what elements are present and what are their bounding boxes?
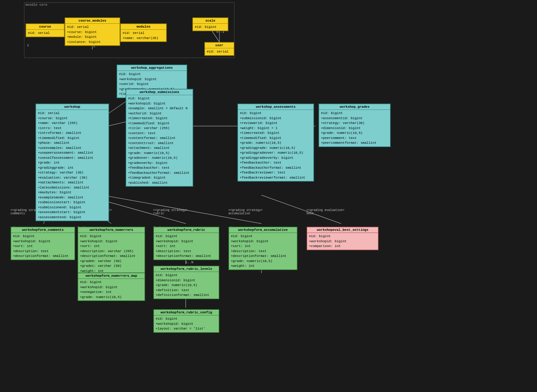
wfa-f5: +descriptionformat: smallint <box>231 254 295 259</box>
wfrl-f5: +definitionformat: smallint <box>156 293 217 298</box>
wfn-f2: +workshopid: bigint <box>80 239 143 244</box>
user-box: user #id: serial <box>204 42 234 56</box>
wfrc-title: workshopform_rubric_config <box>154 310 219 315</box>
wass-f6: +timemodified: bigint <box>240 136 312 141</box>
wass-f14: +feedbackreviewerformat: smallint <box>240 175 312 180</box>
wg-f6: +peercomment: text <box>321 136 388 141</box>
ws-f10: +contenttrust: smallint <box>128 141 191 146</box>
cm-field-3: +module: bigint <box>67 35 118 40</box>
wg-f2: +assessmentid: bigint <box>321 116 388 121</box>
diagram-container: moodle core <box>0 0 537 392</box>
wfc-fields: #id: bigint +workshopid: bigint +sort: i… <box>11 233 75 260</box>
workshopeval-best-settings-box: workshopeval_best_settings #id: bigint +… <box>307 227 379 250</box>
ws-fields: #id: bigint +workshopid: bigint +example… <box>126 95 193 186</box>
stereotype-accumulative: <<grading strategy>accumulative <box>228 209 263 215</box>
w-f3: +name: varchar (255) <box>38 121 107 126</box>
ws-f15: +feedbackauthor: text <box>128 165 191 170</box>
rel-1n-rubric-levels: 1..N <box>185 261 193 264</box>
workshop-submissions-box: workshop_submissions #id: bigint +worksh… <box>126 89 193 187</box>
wfa-fields: #id: bigint +workshopid: bigint +sort: i… <box>229 233 297 270</box>
workshopform-numerrors-map-box: workshopform_numerrors_map #id: bigint +… <box>78 273 145 301</box>
wass-f3: +reviewerid: bigint <box>240 121 312 126</box>
wfrl-f2: +dimensionid: bigint <box>156 278 217 283</box>
wfrl-f3: +grade: numeric(10,5) <box>156 283 217 288</box>
wfa-f4: +description: text <box>231 249 295 254</box>
wfnm-f4: +grade: numeric(10,5) <box>80 295 143 300</box>
webs-fields: #id: bigint +workshopid: bigint +compari… <box>307 233 378 250</box>
wass-f8: +gradinggrade: numeric(10,5) <box>240 146 312 151</box>
user-field-1: #id: serial <box>207 49 232 54</box>
ws-f3: +example: smallint = default 0 <box>128 106 191 111</box>
wg-f4: +dimensionid: bigint <box>321 126 388 131</box>
wfn-title: workshopform_numerrors <box>78 227 145 233</box>
wg-f5: +grade: numeric(10,5) <box>321 131 388 136</box>
wass-f9: +gradinggradeover: numeric(10,5) <box>240 150 312 155</box>
scale-field-1: #id: bigint <box>195 25 226 30</box>
stereotype-rubric: <<grading strategy>rubric <box>153 209 188 215</box>
mod-field-2: +name: varchar(20) <box>123 36 164 41</box>
wfr-f5: +descriptionformat: smallint <box>156 254 217 259</box>
workshop-title: workshop <box>36 104 108 110</box>
ws-f13: +gradeover: numeric(10,5) <box>128 155 191 161</box>
wfa-f2: +workshopid: bigint <box>231 239 295 244</box>
workshopform-numerrors-box: workshopform_numerrors #id: bigint +work… <box>78 227 145 275</box>
course-modules-title: course_modules <box>65 18 120 24</box>
wg-f7: +peercommentformat: smallint <box>321 140 388 146</box>
workshopform-rubric-box: workshopform_rubric #id: bigint +worksho… <box>153 227 219 260</box>
w-f2: +course: bigint <box>38 116 107 121</box>
w-f12: +gradinggrade: int <box>38 165 107 170</box>
modules-box: modules #id: serial +name: varchar(20) <box>120 23 167 42</box>
wa-f3: +userid: bigint <box>119 82 185 87</box>
wfr-fields: #id: bigint +workshopid: bigint +sort: i… <box>154 233 219 260</box>
wfa-f3: +sort: int <box>231 244 295 249</box>
ws-f1: #id: bigint <box>128 96 191 101</box>
wfrl-f1: #id: bigint <box>156 273 217 278</box>
scale-box: scale #id: bigint <box>192 17 228 31</box>
scale-fields: #id: bigint <box>193 24 228 31</box>
wfr-f3: +sort: int <box>156 244 217 249</box>
workshop-assessments-box: workshop_assessments #id: bigint +submis… <box>237 104 314 182</box>
wfnm-f1: #id: bigint <box>80 280 143 285</box>
wfn-f1: #id: bigint <box>80 234 143 239</box>
w-f19: +submissionstart: bigint <box>38 200 107 205</box>
ws-f4: +authorid: bigint <box>128 111 191 116</box>
wass-f5: +timecreated: bigint <box>240 131 312 136</box>
wfrl-title: workshopform_rubric_levels <box>154 266 219 272</box>
wfr-f1: #id: bigint <box>156 234 217 239</box>
w-f1: #id: serial <box>38 111 107 116</box>
wfn-fields: #id: bigint +workshopid: bigint +sort: i… <box>78 233 145 274</box>
user-title: user <box>205 43 234 48</box>
w-f10: +useselfassessment: smallint <box>38 155 107 161</box>
ws-title: workshop_submissions <box>126 89 193 95</box>
wfnm-fields: #id: bigint +workshopid: bigint +nonegat… <box>78 279 145 300</box>
wfc-title: workshopform_comments <box>11 227 75 233</box>
wfrc-fields: #id: bigint +workshopid: bigint +layout:… <box>154 315 219 332</box>
workshop-grades-box: workshop_grades #id: bigint +assessmenti… <box>319 104 391 147</box>
wfnm-f3: +nonegative: int <box>80 290 143 295</box>
w-f16: +latesubmissions: smallint <box>38 185 107 190</box>
wfnm-f2: +workshopid: bigint <box>80 285 143 290</box>
course-modules-fields: #id: serial +course: bigint +module: big… <box>65 24 120 45</box>
w-f6: +timemodified: bigint <box>38 136 107 141</box>
ws-f14: +gradeoverby: bigint <box>128 161 191 166</box>
wass-f4: +weight: bigint = 1 <box>240 126 312 131</box>
wg-f3: +strategy: varchar(30) <box>321 121 388 126</box>
w-f13: +strategy: varchar (30) <box>38 170 107 175</box>
ws-f8: +content: text <box>128 131 191 136</box>
wfrl-f4: +definition: text <box>156 288 217 293</box>
course-title: course <box>26 24 64 30</box>
w-f8: +useexamples: smallint <box>38 146 107 151</box>
wass-f10: +gradinggradeoverby: bigint <box>240 155 312 161</box>
wfn-f4: +description: varchar (255) <box>80 249 143 254</box>
ws-f7: +title: varchar (255) <box>128 126 191 131</box>
mod-field-1: #id: serial <box>123 31 164 36</box>
wfn-f7: +grade1: varchar (50) <box>80 264 143 269</box>
course-fields: #id: serial <box>26 30 64 37</box>
wfnm-title: workshopform_numerrors_map <box>78 273 145 279</box>
wfr-f2: +workshopid: bigint <box>156 239 217 244</box>
wfn-f6: +grade0: varchar (50) <box>80 259 143 264</box>
workshop-box: workshop #id: serial +course: bigint +na… <box>35 104 109 221</box>
wfrc-f1: #id: bigint <box>156 316 217 321</box>
wg-f1: #id: bigint <box>321 111 388 116</box>
wfc-f2: +workshopid: bigint <box>13 239 73 244</box>
